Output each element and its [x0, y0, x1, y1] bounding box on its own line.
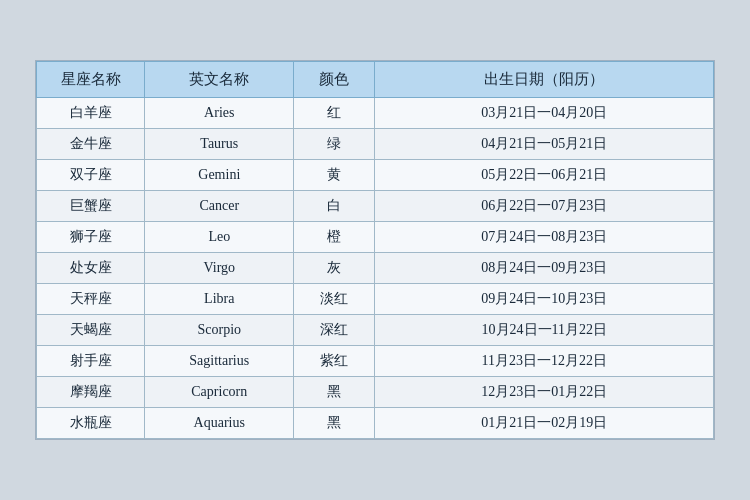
cell-en: Capricorn [145, 377, 294, 408]
cell-en: Cancer [145, 191, 294, 222]
table-row: 狮子座Leo橙07月24日一08月23日 [37, 222, 714, 253]
header-zh: 星座名称 [37, 62, 145, 98]
cell-date: 12月23日一01月22日 [375, 377, 714, 408]
table-header-row: 星座名称 英文名称 颜色 出生日期（阳历） [37, 62, 714, 98]
cell-zh: 狮子座 [37, 222, 145, 253]
cell-date: 01月21日一02月19日 [375, 408, 714, 439]
zodiac-table: 星座名称 英文名称 颜色 出生日期（阳历） 白羊座Aries红03月21日一04… [36, 61, 714, 439]
cell-color: 白 [294, 191, 375, 222]
table-row: 白羊座Aries红03月21日一04月20日 [37, 98, 714, 129]
cell-en: Virgo [145, 253, 294, 284]
cell-color: 绿 [294, 129, 375, 160]
cell-date: 05月22日一06月21日 [375, 160, 714, 191]
cell-zh: 摩羯座 [37, 377, 145, 408]
table-row: 射手座Sagittarius紫红11月23日一12月22日 [37, 346, 714, 377]
cell-date: 10月24日一11月22日 [375, 315, 714, 346]
cell-date: 09月24日一10月23日 [375, 284, 714, 315]
cell-en: Aquarius [145, 408, 294, 439]
table-row: 天蝎座Scorpio深红10月24日一11月22日 [37, 315, 714, 346]
cell-color: 黄 [294, 160, 375, 191]
cell-en: Libra [145, 284, 294, 315]
cell-zh: 处女座 [37, 253, 145, 284]
header-date: 出生日期（阳历） [375, 62, 714, 98]
cell-date: 11月23日一12月22日 [375, 346, 714, 377]
cell-en: Leo [145, 222, 294, 253]
cell-color: 灰 [294, 253, 375, 284]
cell-color: 黑 [294, 377, 375, 408]
cell-color: 红 [294, 98, 375, 129]
cell-en: Taurus [145, 129, 294, 160]
cell-color: 橙 [294, 222, 375, 253]
cell-en: Sagittarius [145, 346, 294, 377]
cell-color: 淡红 [294, 284, 375, 315]
table-row: 双子座Gemini黄05月22日一06月21日 [37, 160, 714, 191]
table-row: 摩羯座Capricorn黑12月23日一01月22日 [37, 377, 714, 408]
cell-zh: 双子座 [37, 160, 145, 191]
cell-en: Gemini [145, 160, 294, 191]
cell-date: 08月24日一09月23日 [375, 253, 714, 284]
cell-en: Scorpio [145, 315, 294, 346]
cell-en: Aries [145, 98, 294, 129]
cell-color: 黑 [294, 408, 375, 439]
cell-zh: 白羊座 [37, 98, 145, 129]
cell-zh: 射手座 [37, 346, 145, 377]
header-color: 颜色 [294, 62, 375, 98]
cell-date: 04月21日一05月21日 [375, 129, 714, 160]
cell-color: 紫红 [294, 346, 375, 377]
cell-color: 深红 [294, 315, 375, 346]
table-row: 巨蟹座Cancer白06月22日一07月23日 [37, 191, 714, 222]
zodiac-table-container: 星座名称 英文名称 颜色 出生日期（阳历） 白羊座Aries红03月21日一04… [35, 60, 715, 440]
cell-zh: 巨蟹座 [37, 191, 145, 222]
cell-date: 03月21日一04月20日 [375, 98, 714, 129]
header-en: 英文名称 [145, 62, 294, 98]
cell-zh: 天秤座 [37, 284, 145, 315]
cell-zh: 金牛座 [37, 129, 145, 160]
table-row: 天秤座Libra淡红09月24日一10月23日 [37, 284, 714, 315]
table-row: 处女座Virgo灰08月24日一09月23日 [37, 253, 714, 284]
cell-date: 06月22日一07月23日 [375, 191, 714, 222]
cell-date: 07月24日一08月23日 [375, 222, 714, 253]
table-row: 金牛座Taurus绿04月21日一05月21日 [37, 129, 714, 160]
cell-zh: 天蝎座 [37, 315, 145, 346]
cell-zh: 水瓶座 [37, 408, 145, 439]
table-row: 水瓶座Aquarius黑01月21日一02月19日 [37, 408, 714, 439]
